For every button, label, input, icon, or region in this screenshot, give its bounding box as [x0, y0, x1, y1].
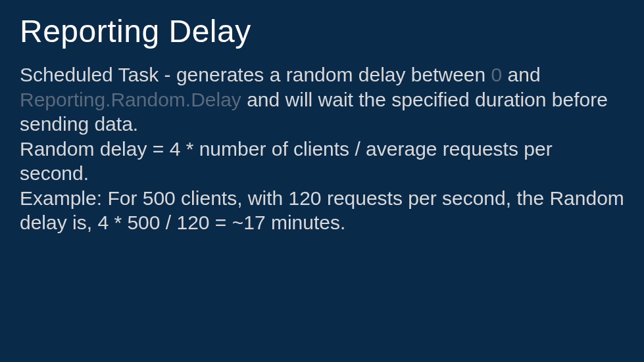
p1-text-b: and	[502, 64, 540, 85]
slide-body: Scheduled Task - generates a random dela…	[20, 62, 624, 235]
slide-title: Reporting Delay	[20, 13, 624, 49]
p1-text-a: Scheduled Task - generates a random dela…	[20, 64, 491, 85]
p1-param: Reporting.Random.Delay	[20, 89, 241, 110]
p1-zero: 0	[491, 64, 503, 85]
paragraph-3: Example: For 500 clients, with 120 reque…	[20, 186, 624, 235]
paragraph-2: Random delay = 4 * number of clients / a…	[20, 137, 624, 186]
paragraph-1: Scheduled Task - generates a random dela…	[20, 62, 624, 137]
